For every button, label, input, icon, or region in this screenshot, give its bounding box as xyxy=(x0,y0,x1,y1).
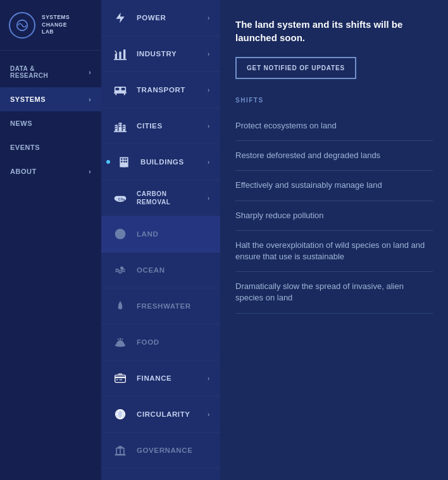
buildings-icon xyxy=(115,153,133,171)
svg-rect-17 xyxy=(116,128,117,129)
svg-rect-21 xyxy=(121,126,123,127)
svg-rect-27 xyxy=(123,158,125,160)
shift-item: Sharply reduce pollution xyxy=(235,201,433,231)
shift-item: Dramatically slow the spread of invasive… xyxy=(235,272,433,313)
nav-item-governance[interactable]: GOVERNANCE xyxy=(101,433,220,469)
nav-item-carbon-removal[interactable]: CO₂ CARBON REMOVAL › xyxy=(101,180,220,216)
sidebar-item-data-research[interactable]: DATA & RESEARCH › xyxy=(0,57,101,87)
svg-rect-50 xyxy=(116,449,117,454)
nav-item-transport[interactable]: TRANSPORT › xyxy=(101,72,220,108)
chevron-right-icon: › xyxy=(208,195,210,202)
chevron-right-icon: › xyxy=(89,168,91,175)
industry-icon xyxy=(111,45,129,63)
right-content: The land system and its shifts will be l… xyxy=(220,0,448,480)
power-icon xyxy=(111,9,129,27)
chevron-right-icon: › xyxy=(208,159,210,166)
svg-rect-44 xyxy=(115,377,126,379)
sidebar-item-about[interactable]: ABOUT › xyxy=(0,159,101,183)
shift-item: Protect ecosystems on land xyxy=(235,111,433,141)
sidebar-nav: DATA & RESEARCH › SYSTEMS › NEWS EVENTS … xyxy=(0,51,101,480)
svg-rect-28 xyxy=(126,158,128,160)
governance-icon xyxy=(111,441,129,459)
nav-item-finance[interactable]: FINANCE › xyxy=(101,360,220,397)
svg-rect-53 xyxy=(115,454,126,456)
brand-name: SYSTEMS CHANGE LAB xyxy=(42,14,70,37)
logo-area: SYSTEMS CHANGE LAB xyxy=(0,0,101,51)
nav-item-buildings[interactable]: BUILDINGS › xyxy=(101,144,220,180)
shift-item: Halt the overexploitation of wild specie… xyxy=(235,231,433,272)
svg-rect-15 xyxy=(123,125,125,131)
svg-rect-6 xyxy=(114,59,127,60)
svg-rect-51 xyxy=(120,449,121,454)
svg-line-5 xyxy=(115,51,117,54)
launch-text: The land system and its shifts will be l… xyxy=(235,18,419,44)
svg-rect-9 xyxy=(121,88,125,90)
svg-rect-31 xyxy=(126,161,128,163)
shift-item: Restore deforested and degraded lands xyxy=(235,141,433,171)
chevron-right-icon: › xyxy=(89,96,91,103)
svg-rect-8 xyxy=(116,88,120,90)
middle-nav: POWER › INDUSTRY › TRANSPORT › xyxy=(101,0,220,480)
sidebar: SYSTEMS CHANGE LAB DATA & RESEARCH › SYS… xyxy=(0,0,101,480)
svg-marker-49 xyxy=(115,446,126,449)
shifts-label: SHIFTS xyxy=(235,97,433,104)
svg-rect-2 xyxy=(115,54,117,59)
svg-rect-30 xyxy=(123,161,125,163)
svg-rect-10 xyxy=(114,92,127,94)
chevron-right-icon: › xyxy=(208,87,210,94)
sidebar-item-events[interactable]: EVENTS xyxy=(0,135,101,159)
transport-icon xyxy=(111,81,129,99)
freshwater-icon xyxy=(111,297,129,315)
dot-indicator xyxy=(106,160,110,164)
svg-rect-43 xyxy=(115,375,126,383)
chevron-right-icon: › xyxy=(208,15,210,22)
chevron-right-icon: › xyxy=(208,123,210,130)
svg-rect-32 xyxy=(123,164,126,167)
nav-item-circularity[interactable]: CIRCULARITY › xyxy=(101,397,220,433)
chevron-right-icon: › xyxy=(208,411,210,418)
nav-item-food[interactable]: FOOD xyxy=(101,324,220,360)
food-icon xyxy=(111,333,129,351)
logo-icon xyxy=(9,12,35,39)
nav-item-ocean[interactable]: OCEAN xyxy=(101,252,220,288)
nav-item-power[interactable]: POWER › xyxy=(101,0,220,36)
svg-rect-19 xyxy=(121,124,123,125)
nav-item-land[interactable]: LAND xyxy=(101,216,220,252)
nav-item-cities[interactable]: CITIES › xyxy=(101,108,220,144)
notify-button[interactable]: GET NOTIFIED OF UPDATES xyxy=(235,57,356,79)
shift-item: Effectively and sustainably manage land xyxy=(235,171,433,200)
ocean-icon xyxy=(111,261,129,279)
chevron-right-icon: › xyxy=(89,69,91,76)
svg-rect-26 xyxy=(121,158,123,160)
land-icon xyxy=(111,225,129,243)
svg-rect-3 xyxy=(119,52,121,59)
chevron-right-icon: › xyxy=(208,375,210,382)
cities-icon xyxy=(111,117,129,135)
nav-item-freshwater[interactable]: FRESHWATER xyxy=(101,288,220,324)
svg-rect-24 xyxy=(114,131,127,132)
svg-rect-18 xyxy=(119,124,120,125)
svg-rect-23 xyxy=(123,128,125,129)
svg-text:CO₂: CO₂ xyxy=(118,198,125,201)
circularity-icon xyxy=(111,405,129,423)
nav-item-industry[interactable]: INDUSTRY › xyxy=(101,36,220,72)
svg-rect-45 xyxy=(116,379,118,381)
svg-marker-1 xyxy=(116,13,124,23)
finance-icon xyxy=(111,369,129,387)
chevron-right-icon: › xyxy=(208,51,210,58)
svg-point-38 xyxy=(120,266,123,269)
carbon-removal-icon: CO₂ xyxy=(111,189,129,207)
sidebar-item-news[interactable]: NEWS xyxy=(0,111,101,135)
svg-rect-4 xyxy=(123,49,125,59)
svg-rect-52 xyxy=(123,449,125,454)
svg-rect-29 xyxy=(121,161,123,163)
svg-rect-13 xyxy=(115,125,118,131)
svg-rect-46 xyxy=(119,379,122,381)
svg-rect-20 xyxy=(119,126,120,127)
svg-rect-16 xyxy=(116,126,117,127)
svg-rect-22 xyxy=(123,126,125,127)
sidebar-item-systems[interactable]: SYSTEMS › xyxy=(0,87,101,111)
